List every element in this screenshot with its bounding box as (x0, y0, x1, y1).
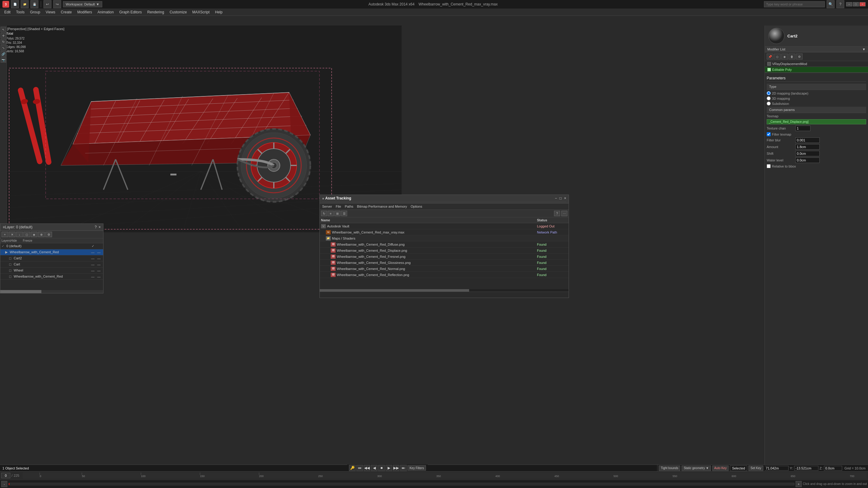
asset-menu-options[interactable]: Options (411, 205, 422, 208)
help-icon[interactable]: ? (836, 0, 844, 8)
asset-row-normal[interactable]: 🖼 Wheelbarrow_with_Cement_Red_Normal.png… (320, 266, 569, 272)
menu-modifiers[interactable]: Modifiers (75, 9, 95, 15)
relative-to-bbox-checkbox[interactable] (767, 164, 771, 168)
next-key-btn[interactable]: ▶▶ (393, 465, 400, 471)
layer-wheelbarrow-cement-red[interactable]: ▶ Wheelbarrow_with_Cement_Red ― ― (0, 249, 103, 255)
filter-texmap-checkbox[interactable] (767, 132, 771, 136)
layers-scrollbar-track[interactable] (0, 290, 41, 293)
set-key-btn[interactable]: Set Key (748, 465, 763, 471)
layers-highlight-btn[interactable]: ◈ (31, 232, 37, 237)
type-2d-radio[interactable] (767, 91, 771, 95)
cart2-vis-check[interactable]: ― (90, 257, 96, 260)
layers-settings-btn[interactable]: ⚙ (45, 232, 52, 237)
cart-vis-check[interactable]: ― (90, 263, 96, 266)
asset-icon-view-btn[interactable]: ⊞ (334, 211, 340, 216)
pin-stack-btn[interactable]: 📌 (767, 54, 773, 60)
asset-row-maps-folder[interactable]: 📁 Maps / Shaders (320, 235, 569, 241)
show-end-result-btn[interactable]: ◇ (774, 54, 781, 60)
vray-checkbox[interactable] (767, 62, 771, 66)
timeline-track[interactable] (8, 483, 794, 485)
camera-tool-btn[interactable]: 📷 (1, 57, 6, 63)
asset-close-btn[interactable]: × (564, 196, 566, 200)
asset-detail-view-btn[interactable]: ☰ (341, 211, 347, 216)
search-input[interactable] (764, 1, 825, 7)
asset-menu-bitmap[interactable]: Bitmap Performance and Memory (357, 205, 407, 208)
layers-delete-btn[interactable]: ✕ (9, 232, 16, 237)
layers-close-btn[interactable]: × (99, 225, 101, 229)
asset-row-fresnel[interactable]: 🖼 Wheelbarrow_with_Cement_Red_Fresnel.pn… (320, 254, 569, 260)
asset-view-btn[interactable]: ≡ (328, 211, 334, 216)
wheel-vis-check[interactable]: ― (90, 269, 96, 272)
wheelbarrow-freeze-check[interactable]: ― (96, 251, 102, 254)
link-tool-btn[interactable]: 🔗 (1, 51, 6, 57)
key-mode-btn[interactable]: 🔑 (349, 465, 356, 471)
undo-btn[interactable]: ↩ (43, 0, 52, 8)
layer-wheel[interactable]: ◻ Wheel ― ― (0, 267, 103, 274)
prev-key-btn[interactable]: ◀◀ (364, 465, 370, 471)
asset-more-btn[interactable]: ⋯ (561, 211, 567, 216)
layer-wheelbarrow-full[interactable]: ◻ Wheelbarrow_with_Cement_Red ― ― (0, 274, 103, 280)
asset-help-btn[interactable]: ? (554, 211, 560, 216)
layer-cart2[interactable]: ◻ Cart2 ― ― (0, 255, 103, 261)
auto-key-btn[interactable]: Auto Key (712, 465, 729, 471)
y-coord-input[interactable] (794, 466, 818, 471)
amount-input[interactable] (795, 144, 819, 150)
modifier-list-dropdown[interactable]: ▼ (862, 47, 866, 51)
asset-row-reflection[interactable]: 🖼 Wheelbarrow_with_Cement_Red_Reflection… (320, 272, 569, 278)
menu-group[interactable]: Group (28, 9, 42, 15)
layers-help-btn[interactable]: ? (95, 225, 97, 229)
wheel-freeze-check[interactable]: ― (96, 269, 102, 272)
move-tool-btn[interactable]: ✛ (1, 33, 6, 38)
new-btn[interactable]: 📄 (11, 0, 19, 8)
asset-menu-file[interactable]: File (336, 205, 341, 208)
cart2-freeze-check[interactable]: ― (96, 257, 102, 260)
workspace-selector[interactable]: Workspace: Default ▼ (63, 1, 102, 7)
timeline-zoom-in-btn[interactable]: + (796, 481, 802, 487)
wheelbarrow-vis-check[interactable]: ― (90, 251, 96, 254)
search-icon[interactable]: 🔍 (827, 0, 835, 8)
z-coord-input[interactable] (824, 466, 842, 471)
asset-row-glossiness[interactable]: 🖼 Wheelbarrow_with_Cement_Red_Glossiness… (320, 260, 569, 266)
menu-help[interactable]: Help (213, 9, 225, 15)
modifier-vray[interactable]: VRayDisplacementMod (765, 61, 868, 67)
texmap-file-btn[interactable]: _Cement_Red_Displace.png] (767, 119, 866, 124)
asset-row-displace[interactable]: 🖼 Wheelbarrow_with_Cement_Red_Displace.p… (320, 248, 569, 254)
modifier-editable-poly[interactable]: Editable Poly (765, 67, 868, 73)
remove-mod-btn[interactable]: 🗑 (788, 54, 795, 60)
make-unique-btn[interactable]: ◈ (781, 54, 788, 60)
select-tool-btn[interactable]: ↖ (1, 27, 6, 32)
x-coord-input[interactable] (764, 466, 788, 471)
configure-btn[interactable]: ⚙ (796, 54, 803, 60)
next-frame-btn[interactable]: ⏭ (400, 465, 407, 471)
texture-chan-input[interactable] (795, 126, 810, 131)
asset-minimize-btn[interactable]: − (555, 196, 557, 200)
selected-display[interactable]: Selected (730, 465, 747, 471)
menu-create[interactable]: Create (58, 9, 74, 15)
close-button[interactable]: × (860, 2, 866, 6)
stop-btn[interactable]: ■ (378, 465, 385, 471)
layers-merge-btn[interactable]: ⊕ (38, 232, 45, 237)
timeline-ruler[interactable]: 0 50 100 150 200 250 300 350 400 450 500… (23, 473, 867, 479)
play-btn[interactable]: ▶ (385, 465, 392, 471)
layers-new-btn[interactable]: + (2, 232, 8, 237)
asset-row-vault[interactable]: V Autodesk Vault Logged Out (320, 223, 569, 229)
static-geometry-btn[interactable]: Static geometry ▼ (682, 465, 711, 471)
prev-frame-btn[interactable]: ⏮ (356, 465, 363, 471)
menu-graph-editors[interactable]: Graph Editors (117, 9, 144, 15)
menu-animation[interactable]: Animation (95, 9, 116, 15)
layers-select-objects-btn[interactable]: ◻ (24, 232, 30, 237)
asset-row-max-file[interactable]: M Wheelbarrow_with_Cement_Red_max_vray.m… (320, 229, 569, 235)
menu-edit[interactable]: Edit (2, 9, 13, 15)
tight-bounds-btn[interactable]: Tight bounds (659, 465, 680, 471)
filter-blur-input[interactable] (795, 137, 819, 143)
menu-views[interactable]: Views (43, 9, 58, 15)
shift-input[interactable] (795, 151, 819, 156)
current-frame-input[interactable] (1, 473, 10, 478)
asset-menu-server[interactable]: Server (322, 205, 332, 208)
redo-btn[interactable]: ↪ (53, 0, 61, 8)
asset-hscrollbar[interactable] (320, 289, 569, 292)
asset-restore-btn[interactable]: □ (559, 196, 562, 200)
menu-rendering[interactable]: Rendering (145, 9, 166, 15)
layers-scrollbar[interactable] (0, 290, 103, 293)
asset-refresh-btn[interactable]: ↻ (321, 211, 327, 216)
